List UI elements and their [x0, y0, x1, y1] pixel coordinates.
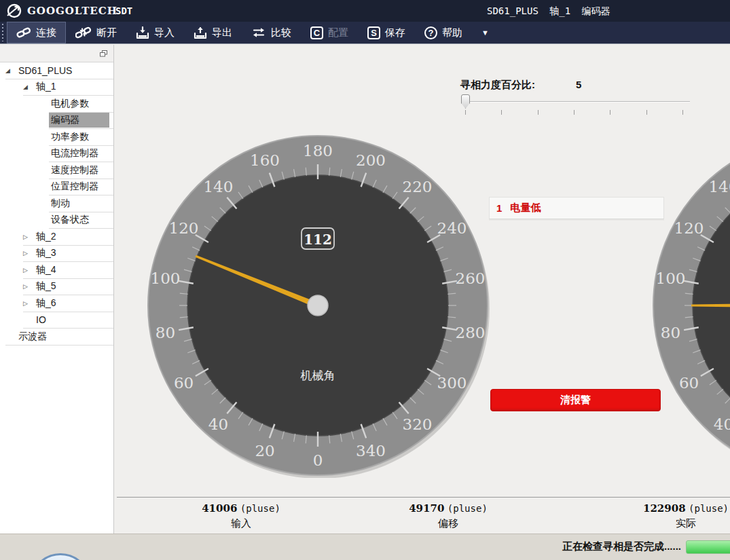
- sidebar-panel: ◢SD61_PLUS◢轴_1电机参数编码器功率参数电流控制器速度控制器位置控制器…: [0, 45, 114, 534]
- tree-item-轴_5[interactable]: ▷轴_5: [0, 279, 113, 296]
- slider-tick: [610, 110, 610, 115]
- toolbar-grip[interactable]: [1, 24, 6, 41]
- app-name: SDT: [115, 5, 132, 16]
- readout-divider: [117, 497, 730, 498]
- context-title: SD61_PLUS 轴_1 编码器: [487, 5, 610, 18]
- tree-item-IO[interactable]: IO: [0, 312, 113, 329]
- svg-text:320: 320: [403, 415, 433, 433]
- collapsed-arrow-icon[interactable]: ▷: [23, 283, 34, 290]
- gauge-value-display: 112: [304, 231, 332, 248]
- svg-text:140: 140: [708, 178, 730, 195]
- phase-slider-label: 寻相力度百分比:: [460, 79, 535, 92]
- collapsed-arrow-icon[interactable]: ▷: [23, 234, 34, 240]
- main-content: 寻相力度百分比: 5 1 电量低 清报警 0204060801001201401…: [114, 45, 730, 534]
- tree-item-轴_2[interactable]: ▷轴_2: [0, 229, 113, 246]
- svg-text:240: 240: [437, 219, 467, 237]
- readout-偏移: 49170 (pluse)偏移: [373, 502, 523, 530]
- svg-text:100: 100: [151, 269, 181, 287]
- collapsed-arrow-icon[interactable]: ▷: [23, 250, 34, 257]
- save-icon: S: [367, 26, 380, 39]
- svg-text:260: 260: [456, 269, 486, 287]
- svg-text:0: 0: [313, 451, 323, 469]
- toolbar-button-export[interactable]: 导出: [184, 22, 242, 43]
- toolbar: 连接 断开 导入 导出 比较C配置S保存?帮助▼: [0, 22, 730, 44]
- alarm-list-item[interactable]: 1 电量低: [489, 197, 664, 219]
- svg-text:80: 80: [156, 324, 175, 341]
- tree-item-电机参数[interactable]: 电机参数: [0, 96, 113, 113]
- tree-item-编码器[interactable]: 编码器: [0, 113, 113, 130]
- toolbar-button-compare[interactable]: 比较: [242, 22, 301, 43]
- slider-tick: [646, 110, 647, 115]
- tree-item-设备状态[interactable]: 设备状态: [0, 212, 113, 229]
- status-progress-bar: [686, 540, 730, 554]
- svg-text:20: 20: [255, 442, 274, 460]
- toolbar-button-import[interactable]: 导入: [126, 22, 184, 43]
- tree-item-速度控制器[interactable]: 速度控制器: [0, 162, 113, 179]
- svg-text:140: 140: [203, 178, 233, 195]
- svg-text:160: 160: [250, 151, 280, 169]
- expanded-arrow-icon[interactable]: ◢: [23, 83, 34, 90]
- gauge-right-partial: 0204060801001201401601802002202402602803…: [651, 133, 730, 478]
- readout-实际: 122908 (pluse)实际: [611, 502, 730, 530]
- import-icon: [136, 26, 149, 39]
- tree-item-制动[interactable]: 制动: [0, 195, 113, 212]
- device-tree: ◢SD61_PLUS◢轴_1电机参数编码器功率参数电流控制器速度控制器位置控制器…: [0, 62, 113, 346]
- svg-text:340: 340: [356, 442, 386, 460]
- alarm-text: 电量低: [510, 202, 541, 214]
- svg-text:300: 300: [437, 374, 467, 392]
- application-window: GOOGOLTECH SDT SD61_PLUS 轴_1 编码器 连接 断开 导…: [0, 0, 730, 560]
- svg-text:220: 220: [403, 178, 433, 195]
- sidebar-header: [0, 45, 113, 62]
- title-bar: GOOGOLTECH SDT SD61_PLUS 轴_1 编码器: [0, 0, 730, 22]
- googoltech-logo-icon: [5, 2, 23, 20]
- slider-tick: [682, 110, 683, 115]
- phase-slider-track[interactable]: [461, 101, 690, 102]
- tree-item-轴_6[interactable]: ▷轴_6: [0, 295, 113, 312]
- svg-text:200: 200: [356, 151, 386, 169]
- expanded-arrow-icon[interactable]: ◢: [5, 67, 16, 74]
- tree-item-电流控制器[interactable]: 电流控制器: [0, 146, 113, 163]
- toolbar-button-config[interactable]: C配置: [301, 22, 358, 43]
- toolbar-button-save[interactable]: S保存: [358, 22, 415, 43]
- status-bar: 正在检查寻相是否完成......: [0, 534, 730, 560]
- alarm-index: 1: [496, 202, 502, 214]
- svg-text:80: 80: [661, 324, 680, 341]
- link-icon: [16, 26, 31, 39]
- toolbar-button-disconnect[interactable]: 断开: [66, 22, 126, 43]
- collapsed-arrow-icon[interactable]: ▷: [23, 267, 34, 274]
- slider-tick: [538, 110, 539, 115]
- slider-tick: [501, 110, 502, 115]
- tree-item-功率参数[interactable]: 功率参数: [0, 129, 113, 146]
- chevron-down-icon: ▼: [481, 29, 489, 37]
- body-area: ◢SD61_PLUS◢轴_1电机参数编码器功率参数电流控制器速度控制器位置控制器…: [0, 45, 730, 534]
- svg-text:40: 40: [714, 415, 730, 433]
- slider-tick: [574, 110, 574, 115]
- toolbar-button-more[interactable]: ▼: [472, 22, 498, 43]
- svg-text:60: 60: [174, 374, 194, 392]
- readout-输入: 41006 (pluse)输入: [166, 502, 316, 530]
- tree-item-轴_4[interactable]: ▷轴_4: [0, 262, 113, 279]
- collapsed-arrow-icon[interactable]: ▷: [23, 300, 34, 307]
- float-panel-icon[interactable]: [100, 50, 107, 57]
- status-message: 正在检查寻相是否完成......: [562, 540, 681, 553]
- gauge-mechanical-angle: 0204060801001201401601802002202402602803…: [145, 133, 490, 478]
- svg-text:40: 40: [208, 415, 228, 433]
- svg-text:100: 100: [656, 269, 686, 287]
- svg-text:60: 60: [679, 374, 699, 392]
- svg-text:280: 280: [456, 324, 486, 341]
- clear-alarm-button[interactable]: 清报警: [490, 389, 661, 411]
- tree-item-SD61_PLUS[interactable]: ◢SD61_PLUS: [0, 62, 113, 79]
- slider-tick: [465, 110, 466, 115]
- toolbar-button-connect[interactable]: 连接: [7, 22, 66, 43]
- broken-link-icon: [75, 26, 92, 39]
- toolbar-button-help[interactable]: ?帮助: [415, 22, 472, 43]
- export-icon: [194, 26, 207, 39]
- tree-item-位置控制器[interactable]: 位置控制器: [0, 179, 113, 196]
- gauge-center-label: 机械角: [300, 369, 335, 382]
- tree-item-轴_3[interactable]: ▷轴_3: [0, 246, 113, 263]
- compare-icon: [251, 26, 266, 39]
- tree-item-示波器[interactable]: 示波器: [0, 329, 113, 346]
- tree-item-轴_1[interactable]: ◢轴_1: [0, 79, 113, 96]
- phase-slider-handle[interactable]: [461, 94, 470, 109]
- svg-text:120: 120: [169, 219, 199, 237]
